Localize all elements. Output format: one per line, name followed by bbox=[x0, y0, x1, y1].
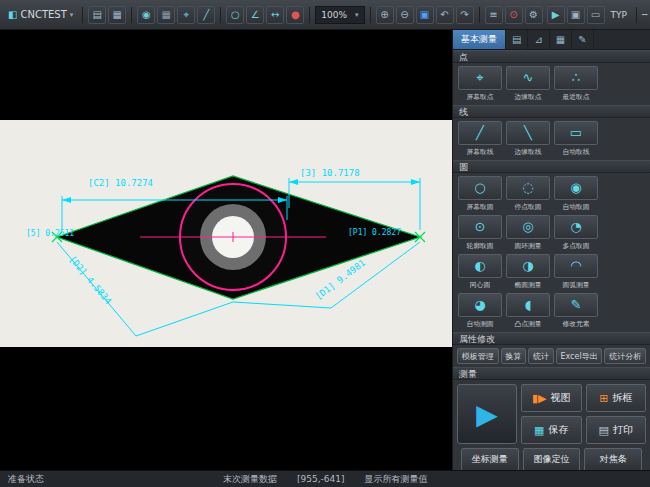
app-logo-icon: ◧ bbox=[8, 9, 17, 20]
focus-bar-button[interactable]: 对焦条 bbox=[584, 448, 642, 470]
measure-top-row: ▶ ▮▶ 视图 ⊞ 拆框 ▦ 保存 bbox=[457, 384, 646, 444]
save-file-icon[interactable]: ▦ bbox=[108, 6, 126, 24]
tool-auto-line[interactable]: ▭ 自动取线 bbox=[553, 121, 599, 157]
capture-icon[interactable]: ▣ bbox=[567, 6, 585, 24]
tool-auto-circle[interactable]: ◉ 自动取圆 bbox=[553, 176, 599, 212]
monitor-icon[interactable]: ▭ bbox=[587, 6, 605, 24]
content-area: [C2] 10.7274 [3] 10.7178 [5] 0.2511 [P1]… bbox=[0, 30, 650, 470]
layers-icon[interactable]: ≡ bbox=[485, 6, 503, 24]
settings-icon[interactable]: ⚙ bbox=[525, 6, 543, 24]
measurement-canvas[interactable]: [C2] 10.7274 [3] 10.7178 [5] 0.2511 [P1]… bbox=[0, 30, 452, 470]
app-window: ◧ CNCTEST ▾ ▤ ▦ ◉ ▦ ⌖ ╱ ○ ∠ ↔ ● 100% ▾ ⊕… bbox=[0, 0, 650, 487]
tool-label: 圆弧测量 bbox=[556, 280, 595, 289]
minimize-button[interactable]: ─ bbox=[642, 6, 647, 23]
target-icon[interactable]: ⊙ bbox=[505, 6, 523, 24]
tab-report[interactable]: ▦ bbox=[550, 30, 572, 49]
zoom-out-icon[interactable]: ⊖ bbox=[396, 6, 414, 24]
image-locate-button[interactable]: 图像定位 bbox=[523, 448, 581, 470]
tool-label: 屏幕取线 bbox=[460, 147, 499, 156]
undo-icon[interactable]: ↶ bbox=[436, 6, 454, 24]
auto-line-icon: ▭ bbox=[554, 121, 598, 145]
edit-element-icon: ✎ bbox=[554, 293, 598, 317]
tab-edit[interactable]: ✎ bbox=[572, 30, 593, 49]
line-tool-icon[interactable]: ╱ bbox=[197, 6, 215, 24]
tool-contour-circle[interactable]: ⊙ 轮廓取圆 bbox=[457, 215, 503, 251]
tool-auto-circle-measure[interactable]: ◕ 自动测圆 bbox=[457, 293, 503, 329]
stats-button[interactable]: 统计 bbox=[528, 348, 554, 364]
measure-bottom-row: 坐标测量 图像定位 对焦条 bbox=[457, 448, 646, 470]
tool-label: 凸点测量 bbox=[508, 319, 547, 328]
zoom-in-icon[interactable]: ⊕ bbox=[376, 6, 394, 24]
status-message: 末次测量数据 bbox=[223, 473, 277, 486]
record-icon[interactable]: ● bbox=[286, 6, 304, 24]
unframe-button[interactable]: ⊞ 拆框 bbox=[586, 384, 647, 412]
tool-ellipse-measure[interactable]: ◑ 椭圆测量 bbox=[505, 254, 551, 290]
tool-label: 自动取圆 bbox=[556, 202, 595, 211]
crosshair-icon[interactable]: ⌖ bbox=[177, 6, 195, 24]
auto-circle-measure-icon: ◕ bbox=[458, 293, 502, 317]
coord-measure-button[interactable]: 坐标测量 bbox=[461, 448, 519, 470]
fit-view-icon[interactable]: ▣ bbox=[416, 6, 434, 24]
tool-label: 同心圆 bbox=[460, 280, 499, 289]
circle-tool-icon[interactable]: ○ bbox=[226, 6, 244, 24]
point-tool-grid: ⌖ 屏幕取点 ∿ 边缘取点 ∴ 最近取点 bbox=[453, 63, 650, 105]
convert-button[interactable]: 换算 bbox=[501, 348, 527, 364]
save-button[interactable]: ▦ 保存 bbox=[521, 416, 582, 444]
view-button[interactable]: ▮▶ 视图 bbox=[521, 384, 582, 412]
tool-screen-circle[interactable]: ○ 屏幕取圆 bbox=[457, 176, 503, 212]
tool-multipoint-circle[interactable]: ◔ 多点取圆 bbox=[553, 215, 599, 251]
section-header-modify: 属性修改 bbox=[453, 332, 650, 345]
edge-line-icon: ╲ bbox=[506, 121, 550, 145]
measure-controls: ▶ ▮▶ 视图 ⊞ 拆框 ▦ 保存 bbox=[453, 380, 650, 470]
dim-label-c2: [C2] 10.7274 bbox=[88, 178, 153, 188]
section-header-line: 线 bbox=[453, 105, 650, 118]
section-header-circle: 圆 bbox=[453, 160, 650, 173]
camera-icon[interactable]: ◉ bbox=[137, 6, 155, 24]
tool-ring-measure[interactable]: ◎ 圆环测量 bbox=[505, 215, 551, 251]
screen-line-icon: ╱ bbox=[458, 121, 502, 145]
grid-icon[interactable]: ▦ bbox=[157, 6, 175, 24]
print-button[interactable]: ▤ 打印 bbox=[586, 416, 647, 444]
tool-edge-line[interactable]: ╲ 边缘取线 bbox=[505, 121, 551, 157]
unframe-label: 拆框 bbox=[612, 391, 632, 405]
save-icon: ▦ bbox=[534, 424, 544, 437]
toolbar-separator bbox=[370, 7, 371, 23]
screen-circle-icon: ○ bbox=[458, 176, 502, 200]
tool-concentric-circle[interactable]: ◐ 同心圆 bbox=[457, 254, 503, 290]
app-menu[interactable]: ◧ CNCTEST ▾ bbox=[4, 9, 77, 20]
statusbar: 准备状态 末次测量数据 [955,-641] 显示所有测量值 bbox=[0, 470, 650, 487]
tab-construct[interactable]: ⊿ bbox=[528, 30, 549, 49]
toolbar-separator bbox=[131, 7, 132, 23]
tool-label: 边缘取线 bbox=[508, 147, 547, 156]
tool-nearest-point[interactable]: ∴ 最近取点 bbox=[553, 66, 599, 102]
tool-screen-point[interactable]: ⌖ 屏幕取点 bbox=[457, 66, 503, 102]
print-label: 打印 bbox=[613, 423, 633, 437]
status-display-mode: 显示所有测量值 bbox=[364, 473, 427, 486]
dim-label-p1: [P1] 0.2827 bbox=[348, 228, 401, 237]
tool-edge-point[interactable]: ∿ 边缘取点 bbox=[505, 66, 551, 102]
tab-basic-measure[interactable]: 基本测量 bbox=[453, 30, 506, 49]
toolbar-separator bbox=[309, 7, 310, 23]
excel-export-button[interactable]: Excel导出 bbox=[556, 348, 603, 364]
print-icon: ▤ bbox=[599, 424, 609, 437]
redo-icon[interactable]: ↷ bbox=[456, 6, 474, 24]
tool-screen-line[interactable]: ╱ 屏幕取线 bbox=[457, 121, 503, 157]
tool-edit-element[interactable]: ✎ 修改元素 bbox=[553, 293, 599, 329]
stats-analysis-button[interactable]: 统计分析 bbox=[604, 348, 646, 364]
tab-elements[interactable]: ▤ bbox=[506, 30, 528, 49]
template-manage-button[interactable]: 模板管理 bbox=[457, 348, 499, 364]
angle-tool-icon[interactable]: ∠ bbox=[246, 6, 264, 24]
zoom-select[interactable]: 100% ▾ bbox=[315, 6, 364, 24]
run-icon[interactable]: ▶ bbox=[547, 6, 565, 24]
unframe-icon: ⊞ bbox=[599, 392, 608, 405]
start-measure-button[interactable]: ▶ bbox=[457, 384, 517, 444]
distance-tool-icon[interactable]: ↔ bbox=[266, 6, 284, 24]
camera-viewport[interactable]: [C2] 10.7274 [3] 10.7178 [5] 0.2511 [P1]… bbox=[0, 30, 452, 470]
tool-bump-measure[interactable]: ◖ 凸点测量 bbox=[505, 293, 551, 329]
toolbar-separator bbox=[479, 7, 480, 23]
sidebar-tabs: 基本测量 ▤ ⊿ ▦ ✎ bbox=[453, 30, 650, 50]
open-file-icon[interactable]: ▤ bbox=[88, 6, 106, 24]
view-icon: ▮▶ bbox=[532, 392, 547, 405]
tool-arc-measure[interactable]: ◠ 圆弧测量 bbox=[553, 254, 599, 290]
tool-click-circle[interactable]: ◌ 停点取圆 bbox=[505, 176, 551, 212]
